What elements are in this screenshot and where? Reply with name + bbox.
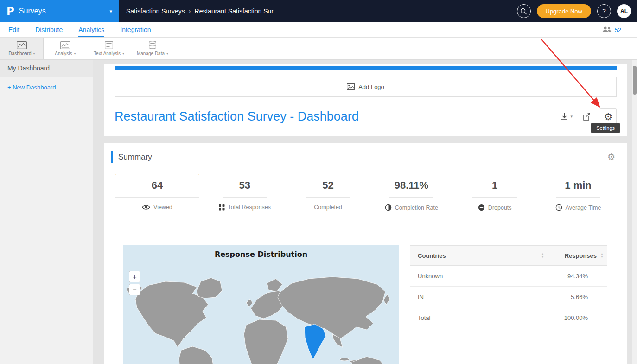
column-label: Countries xyxy=(418,252,446,259)
search-button[interactable] xyxy=(517,4,531,18)
zoom-in-button[interactable]: + xyxy=(129,271,140,282)
title-row: Restaurant Satisfaction Survey - Dashboa… xyxy=(115,97,617,136)
response-distribution-section: Response Distribution + − xyxy=(111,245,620,364)
search-icon xyxy=(520,8,527,15)
text-document-icon xyxy=(104,41,114,49)
survey-nav: Edit Distribute Analytics Integration 52 xyxy=(0,22,637,38)
clock-icon xyxy=(555,204,562,211)
minus-circle-icon xyxy=(478,204,485,211)
breadcrumb-separator: › xyxy=(189,7,191,15)
toolbar-label: Text Analysis xyxy=(94,51,121,56)
stat-viewed[interactable]: 64 Viewed xyxy=(115,174,199,217)
stat-value: 98.11% xyxy=(369,179,453,192)
tab-distribute[interactable]: Distribute xyxy=(35,22,63,37)
divider xyxy=(223,197,267,198)
help-button[interactable]: ? xyxy=(597,4,611,18)
collaborators[interactable]: 52 xyxy=(602,22,637,37)
table-row: Total 100.00% xyxy=(410,307,607,328)
response-distribution-map[interactable]: Response Distribution + − xyxy=(123,245,399,364)
divider xyxy=(556,197,600,198)
dashboard-accent-bar xyxy=(115,66,617,70)
download-button[interactable]: ▾ xyxy=(560,112,573,121)
table-row: IN 5.66% xyxy=(410,287,607,307)
country-cell: IN xyxy=(410,294,551,300)
people-icon xyxy=(602,26,612,33)
settings-tooltip: Settings xyxy=(591,123,620,133)
breadcrumb-current: Restaurant Satisfaction Sur... xyxy=(195,7,279,15)
share-button[interactable] xyxy=(582,112,591,121)
stat-value: 52 xyxy=(287,179,370,192)
topbar: P Surveys ▾ Satisfaction Surveys › Resta… xyxy=(0,0,637,22)
responses-cell: 94.34% xyxy=(551,273,607,280)
stat-label: Total Responses xyxy=(228,204,271,211)
tab-edit[interactable]: Edit xyxy=(8,22,19,37)
toolbar-item-dashboard[interactable]: Dashboard ▾ xyxy=(0,38,44,59)
upgrade-now-button[interactable]: Upgrade Now xyxy=(537,4,592,18)
breadcrumb-parent[interactable]: Satisfaction Surveys xyxy=(126,7,185,15)
scrollbar-thumb[interactable] xyxy=(633,66,637,95)
collaborators-count[interactable]: 52 xyxy=(615,26,621,33)
world-map[interactable] xyxy=(123,264,399,364)
line-chart-icon xyxy=(17,41,27,49)
stat-completion-rate[interactable]: 98.11% Completion Rate xyxy=(369,174,453,217)
download-icon xyxy=(560,112,569,121)
questionpro-logo: P xyxy=(6,5,14,17)
stat-completed[interactable]: 52 Completed xyxy=(287,174,370,217)
divider xyxy=(389,197,433,198)
stat-average-time[interactable]: 1 min Average Time xyxy=(536,174,620,217)
grid-icon xyxy=(219,204,225,211)
avatar[interactable]: AL xyxy=(617,4,631,18)
add-logo-label: Add Logo xyxy=(358,83,384,90)
toolbar-item-manage-data[interactable]: Manage Data ▾ xyxy=(131,38,174,59)
toolbar-item-text-analysis[interactable]: Text Analysis ▾ xyxy=(87,38,131,59)
settings-button[interactable]: ⚙ xyxy=(600,108,617,125)
column-header-responses[interactable]: Responses ▲▼ xyxy=(551,252,607,259)
column-label: Responses xyxy=(565,252,597,259)
divider xyxy=(115,197,199,198)
dashboard-header-card: Add Logo Restaurant Satisfaction Survey … xyxy=(104,64,627,136)
stat-total-responses[interactable]: 53 Total Responses xyxy=(203,174,287,217)
table-row: Unknown 94.34% xyxy=(410,266,607,287)
summary-header: Summary ⚙ xyxy=(111,151,620,163)
sort-icon[interactable]: ▲▼ xyxy=(541,253,544,258)
vertical-scrollbar[interactable] xyxy=(632,60,637,364)
responses-cell: 100.00% xyxy=(551,314,607,321)
new-dashboard-link[interactable]: + New Dashboard xyxy=(7,84,85,91)
chevron-down-icon: ▾ xyxy=(122,51,124,56)
map-country-india xyxy=(305,324,326,359)
toolbar-item-analysis[interactable]: Analysis ▾ xyxy=(44,38,87,59)
chevron-down-icon: ▾ xyxy=(33,51,35,56)
stat-label: Completion Rate xyxy=(395,204,438,211)
app-switcher[interactable]: P Surveys ▾ xyxy=(0,0,119,22)
dashboard-sidebar: My Dashboard + New Dashboard xyxy=(0,60,93,364)
stat-label: Viewed xyxy=(153,204,172,211)
eye-icon xyxy=(142,204,150,210)
add-logo-button[interactable]: Add Logo xyxy=(115,77,617,97)
sidebar-item-my-dashboard[interactable]: My Dashboard xyxy=(0,60,93,77)
chevron-down-icon: ▾ xyxy=(74,51,76,56)
stat-value: 1 xyxy=(453,179,536,192)
tab-analytics[interactable]: Analytics xyxy=(78,22,104,37)
column-header-countries[interactable]: Countries ▲▼ xyxy=(410,252,551,259)
chevron-down-icon[interactable]: ▾ xyxy=(109,8,112,14)
stat-value: 1 min xyxy=(536,179,620,192)
half-circle-icon xyxy=(385,204,392,211)
title-actions: ▾ ⚙ xyxy=(560,108,617,125)
stat-dropouts[interactable]: 1 Dropouts xyxy=(453,174,536,217)
sort-icon[interactable]: ▲▼ xyxy=(600,253,604,258)
summary-heading: Summary xyxy=(118,153,152,162)
map-title: Response Distribution xyxy=(123,245,399,259)
stat-value: 53 xyxy=(203,179,287,192)
stat-label: Completed xyxy=(314,204,342,211)
summary-settings-icon[interactable]: ⚙ xyxy=(607,153,615,161)
zoom-out-button[interactable]: − xyxy=(129,284,140,295)
app-name: Surveys xyxy=(19,7,46,15)
chevron-down-icon: ▾ xyxy=(166,51,168,56)
table-header: Countries ▲▼ Responses ▲▼ xyxy=(410,245,607,266)
map-zoom-controls: + − xyxy=(129,271,140,295)
database-icon xyxy=(148,41,157,49)
tab-integration[interactable]: Integration xyxy=(120,22,151,37)
toolbar-label: Analysis xyxy=(55,51,72,56)
countries-table: Countries ▲▼ Responses ▲▼ Unknown 94. xyxy=(410,245,607,364)
share-icon xyxy=(582,112,591,121)
